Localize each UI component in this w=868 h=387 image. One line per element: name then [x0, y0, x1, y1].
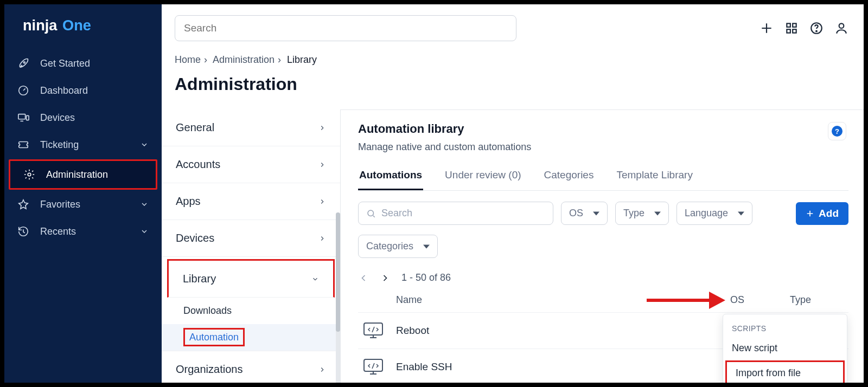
chevron-right-icon [318, 124, 326, 132]
filter-label: OS [569, 208, 583, 219]
add-button[interactable]: Add [796, 202, 848, 225]
subnav-label: Devices [176, 232, 214, 244]
chevron-down-icon [140, 225, 149, 237]
svg-point-10 [816, 31, 817, 32]
chevron-right-icon [318, 161, 326, 169]
filter-label: Categories [366, 241, 413, 252]
library-tabs: Automations Under review (0) Categories … [358, 169, 848, 191]
subnav-library[interactable]: Library [167, 259, 335, 298]
breadcrumb-library[interactable]: Library [287, 54, 317, 65]
subnav-apps[interactable]: Apps [162, 183, 340, 220]
help-icon[interactable] [809, 21, 824, 35]
chevron-down-icon [140, 198, 149, 210]
plus-icon[interactable] [760, 21, 774, 35]
subnav-accounts[interactable]: Accounts [162, 146, 340, 183]
subnav-general[interactable]: General [162, 109, 340, 146]
caret-down-icon [593, 210, 599, 217]
top-bar [162, 4, 864, 54]
tab-template-library[interactable]: Template Library [615, 169, 693, 190]
subnav-label: Library [183, 273, 216, 285]
column-os[interactable]: OS [730, 294, 790, 306]
gauge-icon [17, 85, 29, 96]
chevron-right-icon [318, 198, 326, 205]
sidebar-label: Ticketing [40, 139, 129, 151]
user-icon[interactable] [834, 21, 848, 35]
subnav-automation[interactable]: Automation [162, 324, 340, 351]
column-name[interactable]: Name [362, 294, 730, 306]
row-name: Enable SSH [396, 361, 730, 373]
svg-point-12 [368, 210, 374, 216]
sidebar-label: Devices [40, 112, 149, 124]
caret-down-icon [423, 243, 430, 250]
row-name: Reboot [396, 325, 730, 337]
tab-categories[interactable]: Categories [543, 169, 595, 190]
tab-under-review[interactable]: Under review (0) [444, 169, 522, 190]
breadcrumb-administration[interactable]: Administration [213, 54, 275, 65]
automation-search-input[interactable]: Search [358, 202, 553, 225]
sidebar-item-dashboard[interactable]: Dashboard [4, 77, 162, 104]
subnav-label: General [176, 121, 214, 134]
svg-rect-6 [793, 23, 796, 27]
chevron-down-icon [311, 275, 319, 283]
chevron-down-icon [140, 139, 149, 151]
sidebar-item-recents[interactable]: Recents [4, 218, 162, 245]
pagination: 1 - 50 of 86 [358, 272, 848, 283]
sidebar-item-administration[interactable]: Administration [9, 159, 157, 190]
script-icon [362, 321, 384, 340]
page-title: Administration [162, 74, 864, 109]
svg-rect-7 [787, 29, 790, 33]
prev-page-button[interactable] [358, 273, 369, 283]
caret-down-icon [738, 210, 744, 217]
column-type[interactable]: Type [790, 294, 844, 306]
admin-subnav: General Accounts Apps Devices Library [162, 109, 341, 383]
subnav-label: Automation [183, 328, 245, 346]
add-button-label: Add [819, 208, 839, 220]
dropdown-section-scripts: SCRIPTS [723, 320, 847, 337]
devices-icon [17, 112, 29, 124]
filter-categories[interactable]: Categories [358, 235, 438, 258]
breadcrumb: Home› Administration› Library [162, 54, 864, 74]
sidebar-label: Dashboard [40, 85, 149, 96]
star-icon [17, 198, 29, 210]
rocket-icon [17, 57, 29, 69]
caret-down-icon [654, 210, 661, 217]
subnav-label: Downloads [183, 305, 232, 316]
subnav-scrollbar[interactable] [336, 212, 340, 383]
sidebar-item-favorites[interactable]: Favorites [4, 191, 162, 218]
filter-label: Language [685, 208, 728, 219]
subnav-devices[interactable]: Devices [162, 220, 340, 257]
svg-rect-5 [787, 23, 790, 27]
chevron-right-icon [318, 235, 326, 242]
dd-import-from-file[interactable]: Import from file [727, 362, 843, 383]
sidebar-item-devices[interactable]: Devices [4, 104, 162, 131]
sidebar-item-ticketing[interactable]: Ticketing [4, 131, 162, 158]
filter-os[interactable]: OS [561, 202, 608, 225]
subnav-downloads[interactable]: Downloads [162, 298, 340, 324]
section-title: Automation library [358, 122, 848, 136]
sidebar-item-get-started[interactable]: Get Started [4, 50, 162, 77]
subnav-label: Accounts [176, 158, 220, 171]
next-page-button[interactable] [380, 273, 391, 283]
subnav-label: Apps [176, 195, 201, 208]
subnav-organizations[interactable]: Organizations [162, 351, 340, 383]
svg-point-4 [28, 173, 31, 176]
filter-label: Type [623, 208, 644, 219]
pager-range-text: 1 - 50 of 86 [401, 272, 451, 283]
tab-automations[interactable]: Automations [358, 169, 423, 190]
table-header: Name OS Type [358, 294, 848, 312]
filter-language[interactable]: Language [676, 202, 752, 225]
svg-rect-3 [27, 115, 29, 120]
chevron-right-icon [318, 366, 326, 373]
context-help-button[interactable]: ? [828, 122, 846, 140]
gear-icon [23, 169, 35, 180]
sidebar-label: Administration [46, 169, 143, 180]
filter-type[interactable]: Type [615, 202, 669, 225]
dd-new-script[interactable]: New script [723, 337, 847, 359]
apps-grid-icon[interactable] [784, 21, 799, 35]
global-search-input[interactable] [175, 15, 516, 41]
placeholder-text: Search [381, 208, 412, 219]
filter-row: Search OS Type Language [358, 202, 848, 225]
sidebar-label: Favorites [40, 199, 129, 210]
svg-rect-2 [18, 114, 25, 119]
breadcrumb-home[interactable]: Home [175, 54, 201, 65]
